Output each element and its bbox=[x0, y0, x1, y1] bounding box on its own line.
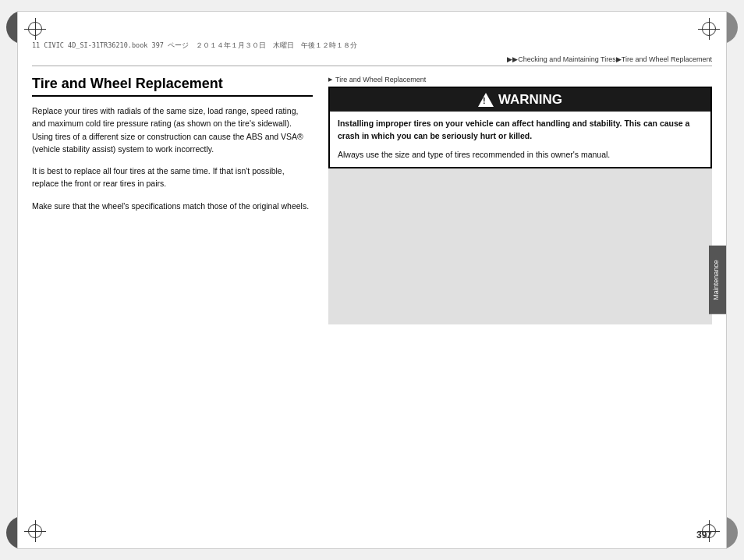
paragraph-2: It is best to replace all four tires at … bbox=[32, 165, 313, 190]
paragraph-1: Replace your tires with radials of the s… bbox=[32, 105, 313, 155]
section-reference: Tire and Wheel Replacement bbox=[328, 76, 712, 83]
warning-body: Installing improper tires on your vehicl… bbox=[330, 112, 710, 167]
warning-title: WARNING bbox=[498, 92, 562, 108]
meta-line: 11 CIVIC 4D_SI-31TR36210.book 397 ページ ２０… bbox=[32, 41, 357, 51]
warning-text-normal: Always use the size and type of tires re… bbox=[338, 149, 703, 161]
left-column: Tire and Wheel Replacement Replace your … bbox=[32, 74, 313, 525]
warning-box: WARNING Installing improper tires on you… bbox=[328, 87, 712, 168]
corner-crosshair-tl bbox=[24, 18, 46, 40]
paragraph-3: Make sure that the wheel's specification… bbox=[32, 200, 313, 212]
warning-triangle-icon bbox=[478, 93, 494, 107]
warning-text-bold: Installing improper tires on your vehicl… bbox=[338, 118, 703, 143]
right-column: Tire and Wheel Replacement WARNING Insta… bbox=[328, 74, 712, 525]
breadcrumb: ▶▶Checking and Maintaining Tires▶Tire an… bbox=[32, 55, 712, 66]
warning-header: WARNING bbox=[330, 88, 710, 112]
document-page: 11 CIVIC 4D_SI-31TR36210.book 397 ページ ２０… bbox=[17, 11, 727, 549]
page-title: Tire and Wheel Replacement bbox=[32, 76, 313, 97]
gray-fill-area bbox=[328, 168, 712, 324]
page-number: 397 bbox=[696, 530, 712, 541]
side-tab-maintenance: Maintenance bbox=[709, 246, 726, 314]
corner-crosshair-tr bbox=[698, 18, 720, 40]
main-content: Tire and Wheel Replacement Replace your … bbox=[32, 74, 712, 525]
